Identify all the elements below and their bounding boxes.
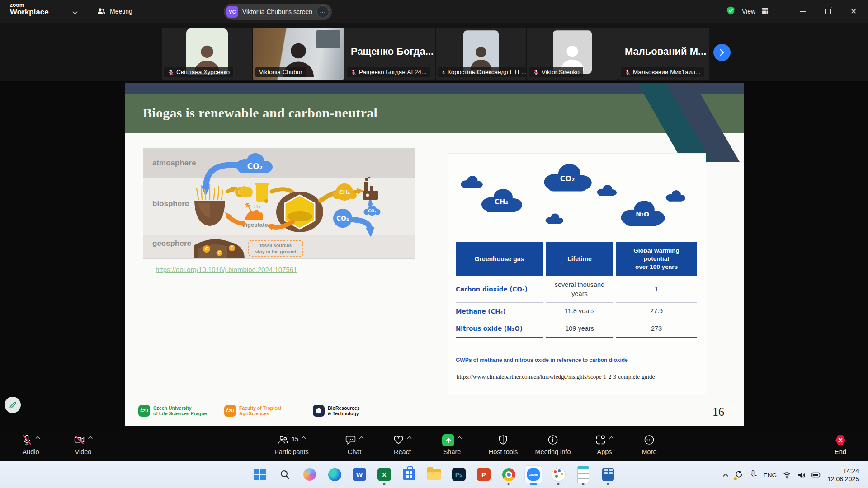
share-chevron-icon[interactable] xyxy=(457,436,462,439)
mic-muted-icon xyxy=(442,69,445,75)
ghg-figure: CH₄ CO₂ N₂O Greenhouse gas Lifetime G xyxy=(448,153,706,395)
tab-meeting[interactable]: Meeting xyxy=(93,4,137,19)
minimize-button[interactable] xyxy=(793,0,813,23)
mic-muted-icon xyxy=(624,69,631,75)
video-button[interactable]: Video xyxy=(74,434,93,455)
calculator-icon xyxy=(602,468,614,481)
avatar: VC xyxy=(226,6,238,18)
participant-tile[interactable]: Viktor Sirenko xyxy=(527,28,618,80)
more-button[interactable]: More xyxy=(642,434,656,455)
calculator-app[interactable] xyxy=(599,465,617,483)
zoom-app-taskbar[interactable]: zoom xyxy=(524,465,542,483)
powerpoint-app[interactable]: P xyxy=(475,465,493,483)
tray-hidden-icons-chevron[interactable] xyxy=(722,473,729,477)
next-participants-button[interactable] xyxy=(713,44,731,61)
voice-access-mic-icon[interactable] xyxy=(749,470,758,480)
notepad-app[interactable] xyxy=(574,465,592,483)
zoom-app-window: zoom Workplace Meeting VC Viktoriia Chub… xyxy=(0,0,868,488)
search-button[interactable] xyxy=(276,465,294,483)
windows-logo-icon xyxy=(254,469,266,480)
slide-top-band xyxy=(125,83,744,94)
participant-big-name: Ращенко Богда... xyxy=(351,46,434,57)
participants-count: 15 xyxy=(292,436,299,443)
slide-page-number: 16 xyxy=(712,405,724,419)
participant-tile[interactable]: Світлана Хурсенко xyxy=(162,28,252,80)
chrome-app[interactable] xyxy=(500,465,518,483)
restore-button[interactable] xyxy=(818,0,838,23)
meeting-toolbar: Audio Video 15 Partic xyxy=(0,431,868,461)
react-button[interactable]: React xyxy=(393,434,412,455)
mic-muted-icon xyxy=(350,69,357,75)
paint-icon xyxy=(552,468,566,482)
table-header: Lifetime xyxy=(546,242,613,276)
participant-tile[interactable]: Ращенко Богда... Ращенко Богдан АІ 24... xyxy=(344,28,435,80)
czu-logo-icon: ČZU xyxy=(138,405,150,417)
table-cell-gas: Carbon dioxide (CO₂) xyxy=(456,277,543,303)
paint-app[interactable] xyxy=(549,465,567,483)
participant-tile[interactable]: Мальований М... Мальований Мих1айл... xyxy=(618,28,709,80)
participant-name: Світлана Хурсенко xyxy=(176,69,230,75)
view-grid-icon[interactable] xyxy=(762,7,769,15)
svg-text:C: C xyxy=(231,246,234,250)
apps-button[interactable]: Apps xyxy=(595,434,614,455)
host-tools-button[interactable]: Host tools xyxy=(489,434,518,455)
brand-zoom: zoom xyxy=(10,2,49,8)
view-button[interactable]: View xyxy=(742,8,755,15)
react-chevron-icon[interactable] xyxy=(407,436,412,439)
excel-app[interactable]: X xyxy=(375,465,393,483)
share-pill-more-button[interactable]: ⋯ xyxy=(316,5,329,18)
update-pending-icon[interactable] xyxy=(735,470,743,480)
end-meeting-button[interactable]: End xyxy=(835,434,847,455)
participants-button[interactable]: 15 Participants xyxy=(274,434,309,455)
participant-big-name: Мальований М... xyxy=(625,46,706,57)
word-icon: W xyxy=(353,468,366,481)
file-explorer-app[interactable] xyxy=(425,465,443,483)
share-button[interactable]: Share xyxy=(442,434,462,455)
chat-button[interactable]: Chat xyxy=(345,434,364,455)
co2-big-label: CO₂ xyxy=(336,215,349,222)
edge-app[interactable] xyxy=(326,465,344,483)
apps-chevron-icon[interactable] xyxy=(609,436,614,439)
more-ellipsis-icon xyxy=(643,434,655,446)
participant-tile[interactable]: Коростіль Олександр ЕТЕ... xyxy=(436,28,526,80)
powerpoint-icon: P xyxy=(477,468,491,481)
close-button[interactable]: ✕ xyxy=(844,0,863,23)
participants-chevron-icon[interactable] xyxy=(301,436,306,439)
table-cell-gwp: 273 xyxy=(616,320,697,338)
audio-options-chevron-icon[interactable] xyxy=(35,436,40,439)
chrome-icon xyxy=(502,468,515,481)
speaker-icon[interactable] xyxy=(797,471,806,479)
ghg-table: Greenhouse gas Lifetime Global warming p… xyxy=(456,242,699,338)
battery-icon[interactable] xyxy=(811,472,821,478)
wifi-icon[interactable] xyxy=(783,472,791,479)
video-options-chevron-icon[interactable] xyxy=(88,436,93,439)
participant-name: Ращенко Богдан АІ 24... xyxy=(359,69,426,75)
annotate-button[interactable] xyxy=(5,397,21,413)
workspace-chevron-down-icon[interactable] xyxy=(72,8,78,16)
copilot-app[interactable] xyxy=(301,465,319,483)
window-titlebar: zoom Workplace Meeting VC Viktoriia Chub… xyxy=(0,0,868,23)
language-indicator[interactable]: ENG xyxy=(764,472,777,479)
audio-button[interactable]: Audio xyxy=(21,434,40,455)
share-screen-icon xyxy=(442,434,454,446)
shared-screen-pill[interactable]: VC Viktoriia Chubur's screen ⋯ xyxy=(224,4,332,20)
pencil-icon xyxy=(9,401,17,409)
participant-strip: Світлана Хурсенко Viktoriia Chubur Ращен… xyxy=(0,23,868,81)
chat-chevron-icon[interactable] xyxy=(359,436,364,439)
doi-link: https://doi.org/10.1016/j.biombioe.2024.… xyxy=(156,266,297,273)
participant-tile-active-speaker[interactable]: Viktoriia Chubur xyxy=(253,28,344,80)
end-icon xyxy=(835,434,847,446)
edge-icon xyxy=(328,468,341,481)
word-app[interactable]: W xyxy=(350,465,368,483)
meeting-info-button[interactable]: Meeting info xyxy=(535,434,571,455)
photoshop-icon: Ps xyxy=(452,468,466,481)
notepad-icon xyxy=(577,466,589,483)
start-button[interactable] xyxy=(251,465,269,483)
co2-small-label: CO₂ xyxy=(368,209,376,213)
zoom-workplace-logo: zoom Workplace xyxy=(10,2,49,16)
logo-czu-university: ČZU Czech Universityof Life Sciences Pra… xyxy=(138,405,207,417)
photoshop-app[interactable]: Ps xyxy=(450,465,468,483)
climatepartner-link: https://www.climatepartner.com/en/knowle… xyxy=(457,373,655,380)
microsoft-store-app[interactable] xyxy=(400,465,418,483)
taskbar-clock[interactable]: 14:24 12.06.2025 xyxy=(827,467,859,483)
